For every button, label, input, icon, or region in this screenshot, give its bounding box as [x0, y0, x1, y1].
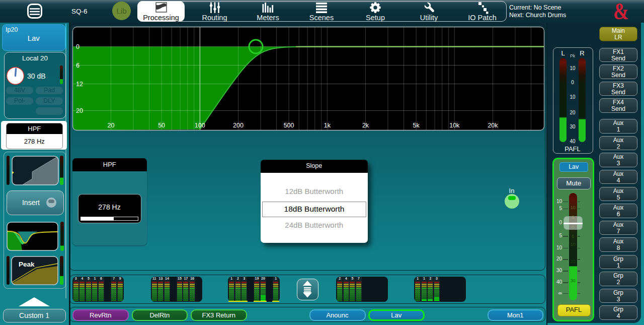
svg-text:50: 50: [158, 122, 165, 129]
svg-text:0: 0: [76, 43, 79, 50]
svg-text:20: 20: [76, 107, 83, 114]
svg-text:2k: 2k: [362, 122, 369, 129]
svg-text:20: 20: [107, 122, 114, 129]
svg-text:200: 200: [233, 122, 244, 129]
svg-text:Peak: Peak: [19, 261, 35, 268]
svg-text:1k: 1k: [324, 122, 331, 129]
svg-text:12: 12: [76, 81, 83, 88]
svg-text:10k: 10k: [449, 122, 460, 129]
svg-text:100: 100: [194, 122, 205, 129]
svg-text:5k: 5k: [413, 122, 420, 129]
svg-text:6: 6: [76, 62, 79, 69]
svg-text:500: 500: [283, 122, 294, 129]
svg-text:20k: 20k: [488, 122, 498, 129]
